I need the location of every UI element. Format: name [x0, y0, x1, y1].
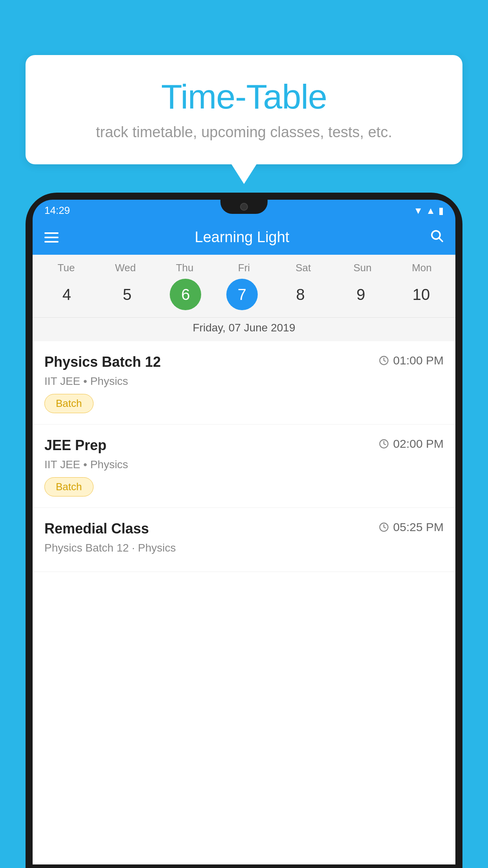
- class-item-jee-prep[interactable]: JEE Prep 02:00 PM IIT JEE • Physics Batc…: [33, 425, 455, 508]
- clock-icon-1: [378, 355, 389, 366]
- class-item-remedial[interactable]: Remedial Class 05:25 PM Physics Batch 12…: [33, 508, 455, 572]
- day-7-selected[interactable]: 7: [226, 279, 258, 310]
- day-header-thu: Thu: [167, 262, 202, 274]
- class-name-1: Physics Batch 12: [44, 354, 161, 370]
- class-meta-3: Physics Batch 12 · Physics: [44, 542, 444, 554]
- class-item-header-3: Remedial Class 05:25 PM: [44, 520, 444, 537]
- class-name-3: Remedial Class: [44, 520, 149, 537]
- class-list: Physics Batch 12 01:00 PM IIT JEE • Phys…: [33, 341, 455, 572]
- day-header-sun: Sun: [345, 262, 380, 274]
- phone-outer: 14:29 ▼ ▲ ▮ Learning Light: [26, 193, 462, 868]
- batch-badge-2: Batch: [44, 477, 94, 497]
- day-8[interactable]: 8: [283, 279, 318, 310]
- class-item-header-1: Physics Batch 12 01:00 PM: [44, 354, 444, 370]
- class-time-1: 01:00 PM: [378, 354, 444, 367]
- class-item-physics-batch-12[interactable]: Physics Batch 12 01:00 PM IIT JEE • Phys…: [33, 341, 455, 425]
- camera-dot: [240, 203, 248, 211]
- battery-icon: ▮: [438, 205, 444, 216]
- selected-date-label: Friday, 07 June 2019: [33, 317, 455, 341]
- bubble-title: Time-Table: [49, 77, 439, 117]
- day-numbers: 4 5 6 7 8 9 10: [33, 279, 455, 317]
- search-icon[interactable]: [429, 228, 444, 246]
- clock-icon-2: [378, 438, 389, 449]
- clock-icon-3: [378, 522, 389, 533]
- class-time-text-2: 02:00 PM: [393, 437, 444, 451]
- class-time-text-1: 01:00 PM: [393, 354, 444, 367]
- class-time-3: 05:25 PM: [378, 520, 444, 534]
- phone-frame: 14:29 ▼ ▲ ▮ Learning Light: [26, 193, 462, 868]
- app-header: Learning Light: [33, 220, 455, 255]
- class-time-text-3: 05:25 PM: [393, 520, 444, 534]
- hamburger-menu-icon[interactable]: [44, 232, 59, 243]
- class-meta-1: IIT JEE • Physics: [44, 375, 444, 388]
- class-name-2: JEE Prep: [44, 437, 106, 454]
- day-header-wed: Wed: [108, 262, 143, 274]
- day-headers: Tue Wed Thu Fri Sat Sun Mon: [33, 262, 455, 279]
- day-header-mon: Mon: [404, 262, 439, 274]
- day-9[interactable]: 9: [343, 279, 378, 310]
- bubble-subtitle: track timetable, upcoming classes, tests…: [49, 124, 439, 141]
- class-meta-2: IIT JEE • Physics: [44, 458, 444, 471]
- day-6-today[interactable]: 6: [170, 279, 201, 310]
- phone-screen: Learning Light Tue Wed Thu Fri: [33, 220, 455, 864]
- phone-time: 14:29: [44, 204, 70, 217]
- speech-bubble: Time-Table track timetable, upcoming cla…: [26, 55, 462, 164]
- day-header-fri: Fri: [226, 262, 262, 274]
- batch-badge-1: Batch: [44, 394, 94, 413]
- wifi-icon: ▼: [413, 205, 423, 216]
- day-10[interactable]: 10: [404, 279, 439, 310]
- calendar-strip: Tue Wed Thu Fri Sat Sun Mon 4 5 6 7 8: [33, 255, 455, 341]
- svg-line-1: [439, 238, 442, 241]
- signal-icon: ▲: [426, 205, 435, 216]
- app-title: Learning Light: [68, 229, 416, 246]
- phone-notch: [220, 200, 268, 214]
- class-time-2: 02:00 PM: [378, 437, 444, 451]
- status-bar: 14:29 ▼ ▲ ▮: [33, 200, 455, 220]
- status-icons: ▼ ▲ ▮: [413, 205, 444, 216]
- speech-bubble-container: Time-Table track timetable, upcoming cla…: [26, 55, 462, 164]
- day-header-sat: Sat: [286, 262, 321, 274]
- day-header-tue: Tue: [48, 262, 84, 274]
- class-item-header-2: JEE Prep 02:00 PM: [44, 437, 444, 454]
- day-4[interactable]: 4: [49, 279, 84, 310]
- day-5[interactable]: 5: [110, 279, 145, 310]
